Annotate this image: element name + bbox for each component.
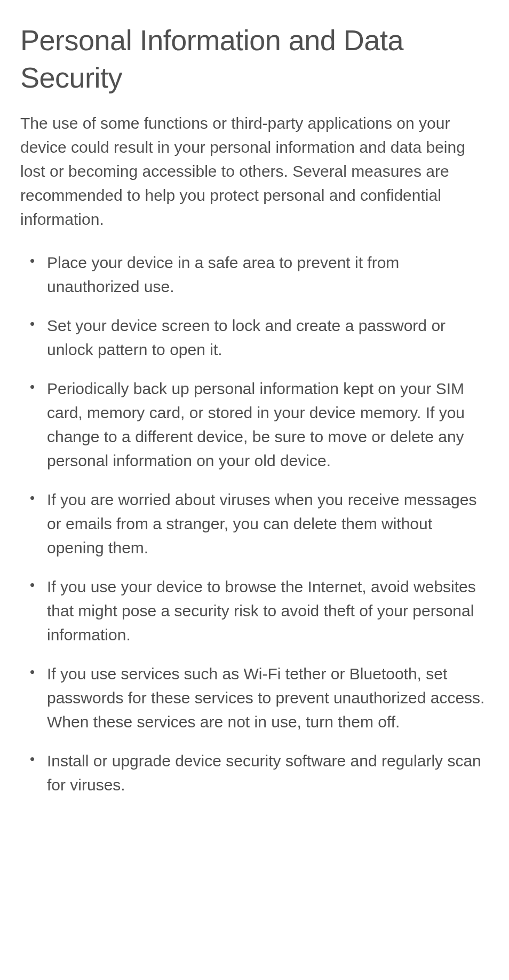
list-item: Set your device screen to lock and creat… bbox=[32, 313, 489, 362]
recommendations-list: Place your device in a safe area to prev… bbox=[20, 250, 489, 797]
intro-paragraph: The use of some functions or third-party… bbox=[20, 111, 489, 231]
page-title: Personal Information and Data Security bbox=[20, 21, 489, 96]
list-item: If you use your device to browse the Int… bbox=[32, 575, 489, 647]
list-item: If you are worried about viruses when yo… bbox=[32, 488, 489, 560]
list-item: Place your device in a safe area to prev… bbox=[32, 250, 489, 299]
list-item: Periodically back up personal informatio… bbox=[32, 377, 489, 473]
list-item: Install or upgrade device security softw… bbox=[32, 749, 489, 797]
list-item: If you use services such as Wi-Fi tether… bbox=[32, 662, 489, 734]
